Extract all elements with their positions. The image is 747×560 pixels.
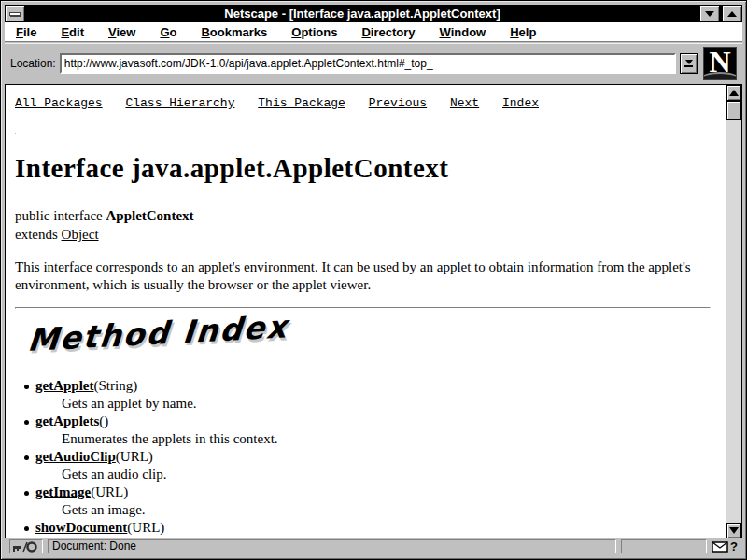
bullet-icon xyxy=(24,385,29,389)
method-entry: getApplets() Enumerates the applets in t… xyxy=(15,413,711,448)
method-link[interactable]: showDocument xyxy=(35,520,127,535)
doc-nav-link[interactable]: Previous xyxy=(369,96,427,110)
mail-indicator[interactable]: ? xyxy=(712,539,738,553)
security-indicator xyxy=(9,539,43,553)
maximize-icon xyxy=(727,11,737,17)
method-link[interactable]: getApplet xyxy=(35,378,94,393)
mail-help-glyph: ? xyxy=(730,539,738,553)
bullet-icon xyxy=(24,420,29,425)
method-link[interactable]: getApplets xyxy=(35,413,99,428)
scroll-down-button[interactable] xyxy=(726,523,741,539)
menu-bar: File Edit View Go Bookmarks Options Dire… xyxy=(5,22,742,42)
method-entry: getAudioClip(URL) Gets an audio clip. xyxy=(15,448,711,483)
menu-item[interactable]: Bookmarks xyxy=(201,25,267,39)
method-entry: getApplet(String) Gets an applet by name… xyxy=(15,377,711,413)
dropdown-arrow-icon xyxy=(685,60,693,64)
maximize-button[interactable] xyxy=(722,5,742,22)
menu-item[interactable]: View xyxy=(108,25,135,39)
netscape-logo[interactable]: N xyxy=(703,47,737,80)
netscape-window: Netscape - [Interface java.applet.Applet… xyxy=(0,0,747,560)
location-input[interactable]: http://www.javasoft.com/JDK-1.0/api/java… xyxy=(60,53,676,74)
menu-item[interactable]: Help xyxy=(510,25,536,39)
extends-object-link[interactable]: Object xyxy=(62,227,99,242)
doc-nav-link[interactable]: All Packages xyxy=(15,96,103,110)
method-index-list: getApplet(String) Gets an applet by name… xyxy=(15,377,711,537)
system-menu-icon xyxy=(9,12,21,16)
doc-nav-link[interactable]: This Package xyxy=(258,96,345,110)
doc-nav-link[interactable]: Class Hierarchy xyxy=(125,96,234,110)
doc-nav-link[interactable]: Next xyxy=(450,96,479,110)
interface-signature: public interface AppletContext extends O… xyxy=(15,206,711,244)
system-menu-button[interactable] xyxy=(5,5,25,22)
method-entry: showDocument(URL) xyxy=(15,519,711,537)
signature-modifiers: public interface xyxy=(15,208,106,223)
page-title: Interface java.applet.AppletContext xyxy=(15,153,711,184)
method-entry: getImage(URL) Gets an image. xyxy=(15,483,711,519)
menu-item[interactable]: Options xyxy=(291,25,337,39)
scroll-down-icon xyxy=(729,527,739,534)
method-args: (URL) xyxy=(127,520,164,535)
minimize-icon xyxy=(705,11,714,17)
method-args: () xyxy=(99,413,108,428)
doc-nav-link[interactable]: Index xyxy=(502,96,539,110)
menu-item[interactable]: Edit xyxy=(61,25,84,39)
status-bar: Document: Done ? xyxy=(5,538,742,555)
signature-name: AppletContext xyxy=(106,208,193,223)
location-dropdown-button[interactable] xyxy=(680,53,698,74)
method-args: (String) xyxy=(94,378,138,393)
menu-item[interactable]: Go xyxy=(160,25,176,39)
vertical-scrollbar[interactable] xyxy=(726,85,741,539)
scroll-up-icon xyxy=(729,90,739,96)
title-bar: Netscape - [Interface java.applet.Applet… xyxy=(5,5,742,22)
location-label: Location: xyxy=(10,57,56,70)
menu-item[interactable]: File xyxy=(16,25,36,39)
bullet-icon xyxy=(24,526,29,531)
method-description: Gets an applet by name. xyxy=(15,395,711,413)
minimize-button[interactable] xyxy=(699,5,720,22)
method-description: Gets an audio clip. xyxy=(15,466,711,483)
location-bar: Location: http://www.javasoft.com/JDK-1.… xyxy=(5,43,742,83)
document-page: All Packages Class Hierarchy This Packag… xyxy=(6,85,726,539)
method-link[interactable]: getImage xyxy=(35,484,91,499)
method-description: Gets an image. xyxy=(15,501,711,519)
browser-content: All Packages Class Hierarchy This Packag… xyxy=(5,84,742,539)
horizontal-rule xyxy=(15,133,711,134)
method-index-heading: Method Index xyxy=(26,308,289,358)
method-args: (URL) xyxy=(91,484,128,499)
interface-description: This interface corresponds to an applet'… xyxy=(15,259,711,294)
status-message: Document: Done xyxy=(48,539,616,553)
window-title: Netscape - [Interface java.applet.Applet… xyxy=(25,5,699,22)
dropdown-bar-icon xyxy=(684,65,693,67)
extends-label: extends xyxy=(15,227,62,242)
scrollbar-track[interactable] xyxy=(726,120,741,523)
doc-nav-links: All Packages Class Hierarchy This Packag… xyxy=(15,96,711,110)
menu-item[interactable]: Window xyxy=(440,25,486,39)
progress-bar xyxy=(621,539,707,553)
envelope-icon xyxy=(712,541,728,553)
broken-key-icon xyxy=(12,541,40,553)
bullet-icon xyxy=(24,491,29,496)
scrollbar-thumb[interactable] xyxy=(726,101,741,120)
method-link[interactable]: getAudioClip xyxy=(35,449,116,464)
method-description: Enumerates the applets in this context. xyxy=(15,430,711,448)
bullet-icon xyxy=(24,455,29,460)
scroll-up-button[interactable] xyxy=(726,85,741,101)
method-args: (URL) xyxy=(116,449,153,464)
menu-item[interactable]: Directory xyxy=(361,25,415,39)
